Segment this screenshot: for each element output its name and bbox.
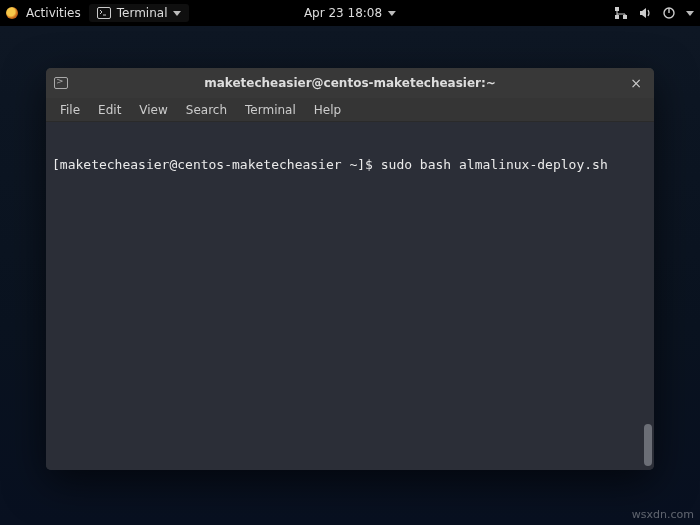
- svg-rect-2: [615, 7, 619, 11]
- window-title: maketecheasier@centos-maketecheasier:~: [204, 76, 496, 90]
- desktop: maketecheasier@centos-maketecheasier:~ ×…: [0, 26, 700, 525]
- menu-search[interactable]: Search: [178, 101, 235, 119]
- volume-icon[interactable]: [638, 6, 652, 20]
- menu-terminal[interactable]: Terminal: [237, 101, 304, 119]
- network-icon[interactable]: [614, 6, 628, 20]
- panel-datetime: Apr 23 18:08: [304, 6, 382, 20]
- terminal-viewport[interactable]: [maketecheasier@centos-maketecheasier ~]…: [46, 122, 654, 470]
- window-titlebar[interactable]: maketecheasier@centos-maketecheasier:~ ×: [46, 68, 654, 98]
- svg-rect-4: [623, 15, 627, 19]
- shell-command: sudo bash almalinux-deploy.sh: [381, 157, 608, 172]
- panel-left: Activities Terminal: [6, 4, 189, 22]
- svg-rect-3: [615, 15, 619, 19]
- watermark: wsxdn.com: [632, 508, 694, 521]
- window-menubar: File Edit View Search Terminal Help: [46, 98, 654, 122]
- panel-clock[interactable]: Apr 23 18:08: [304, 6, 396, 20]
- terminal-app-icon: [97, 7, 111, 19]
- menu-view[interactable]: View: [131, 101, 175, 119]
- current-app-label: Terminal: [117, 6, 168, 20]
- current-app-indicator[interactable]: Terminal: [89, 4, 190, 22]
- distro-logo-icon: [6, 7, 18, 19]
- menu-edit[interactable]: Edit: [90, 101, 129, 119]
- svg-rect-0: [97, 8, 110, 19]
- terminal-window: maketecheasier@centos-maketecheasier:~ ×…: [46, 68, 654, 470]
- activities-button[interactable]: Activities: [26, 6, 81, 20]
- chevron-down-icon: [173, 11, 181, 16]
- menu-file[interactable]: File: [52, 101, 88, 119]
- terminal-line: [maketecheasier@centos-maketecheasier ~]…: [52, 156, 648, 174]
- menu-help[interactable]: Help: [306, 101, 349, 119]
- chevron-down-icon: [388, 11, 396, 16]
- chevron-down-icon: [686, 11, 694, 16]
- close-button[interactable]: ×: [626, 73, 646, 93]
- close-icon: ×: [630, 75, 642, 91]
- scrollbar[interactable]: [642, 122, 652, 470]
- window-app-icon: [54, 77, 68, 89]
- shell-prompt: [maketecheasier@centos-maketecheasier ~]…: [52, 157, 381, 172]
- panel-right: [614, 6, 694, 20]
- scrollbar-thumb[interactable]: [644, 424, 652, 466]
- top-panel: Activities Terminal Apr 23 18:08: [0, 0, 700, 26]
- power-icon[interactable]: [662, 6, 676, 20]
